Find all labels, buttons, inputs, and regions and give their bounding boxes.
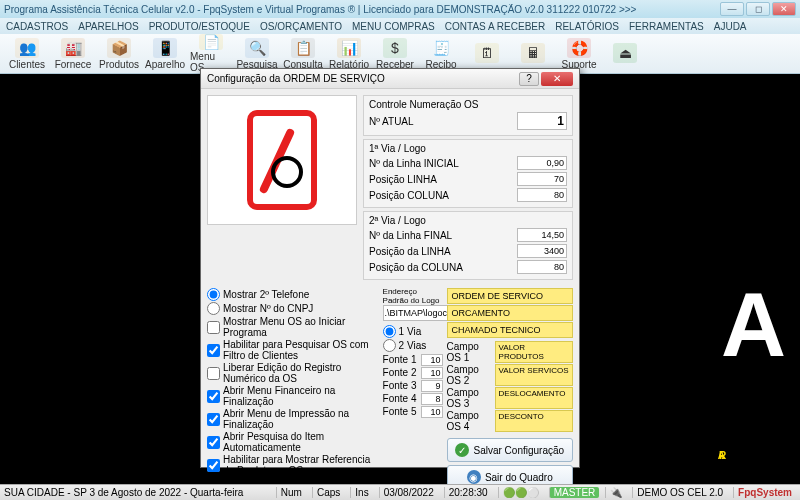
status-caps: Caps	[312, 487, 344, 498]
menu-produto/estoque[interactable]: PRODUTO/ESTOQUE	[149, 21, 250, 32]
linha-ini-input[interactable]	[517, 156, 567, 170]
toolbar-pesquisa[interactable]: 🔍Pesquisa	[236, 36, 278, 71]
addr-label: Endereço Padrão do Logo	[383, 287, 443, 305]
fonte-3-input[interactable]	[421, 393, 443, 405]
save-config-button[interactable]: ✓Salvar Configuração	[447, 438, 573, 462]
opt-6: Abrir Menu de Impressão na Finalização	[207, 408, 379, 430]
campo-2-val[interactable]: DESLOCAMENTO	[495, 387, 573, 409]
menu-contas a receber[interactable]: CONTAS A RECEBER	[445, 21, 545, 32]
linha-fin-input[interactable]	[517, 228, 567, 242]
logo-preview	[207, 95, 357, 225]
toolbar-btn[interactable]: 🖩	[512, 36, 554, 71]
campo-0-label: Campo OS 1	[447, 341, 495, 363]
config-os-dialog: Configuração da ORDEM DE SERVIÇO ? ✕ Con…	[200, 68, 580, 468]
fonte-2-label: Fonte 3	[383, 380, 417, 392]
via1-poscol-input[interactable]	[517, 188, 567, 202]
via2-poscol-label: Posição da COLUNA	[369, 262, 463, 273]
app-title: Programa Assistência Técnica Celular v2.…	[4, 4, 720, 15]
toolbar-btn[interactable]: 🗓	[466, 36, 508, 71]
campo-0-val[interactable]: VALOR PRODUTOS	[495, 341, 573, 363]
opt-6-input[interactable]	[207, 413, 220, 426]
opt-3-input[interactable]	[207, 344, 220, 357]
dialog-close-button[interactable]: ✕	[541, 72, 573, 86]
via1-group: 1ª Via / Logo Nº da Linha INICIAL Posiçã…	[363, 139, 573, 208]
opt-1-label: Mostrar Nº do CNPJ	[223, 303, 313, 314]
via2-poscol-input[interactable]	[517, 260, 567, 274]
menu-cadastros[interactable]: CADASTROS	[6, 21, 68, 32]
main-titlebar: Programa Assistência Técnica Celular v2.…	[0, 0, 800, 18]
options-list: Mostrar 2º TelefoneMostrar Nº do CNPJMos…	[207, 287, 379, 492]
atual-input[interactable]	[517, 112, 567, 130]
fonte-2-input[interactable]	[421, 380, 443, 392]
numeracao-group: Controle Numeração OS Nº ATUAL	[363, 95, 573, 136]
via1-header: 1ª Via / Logo	[369, 143, 567, 154]
opt-1: Mostrar Nº do CNPJ	[207, 302, 379, 315]
campo-2-label: Campo OS 3	[447, 387, 495, 409]
svc-row-0[interactable]: ORDEM DE SERVICO	[447, 288, 573, 304]
menu-menu compras[interactable]: MENU COMPRAS	[352, 21, 435, 32]
opt-5: Abrir Menu Financeiro na Finalização	[207, 385, 379, 407]
opt-4: Liberar Edição do Registro Numérico da O…	[207, 362, 379, 384]
menu-relatórios[interactable]: RELATÓRIOS	[555, 21, 619, 32]
toolbar-suporte[interactable]: 🛟Suporte	[558, 36, 600, 71]
status-conn-icon: 🔌	[605, 487, 626, 498]
campo-3-label: Campo OS 4	[447, 410, 495, 432]
toolbar-btn[interactable]: ⏏	[604, 36, 646, 71]
status-location: SUA CIDADE - SP 3 de Agosto de 2022 - Qu…	[4, 487, 243, 498]
svc-row-2[interactable]: CHAMADO TECNICO	[447, 322, 573, 338]
toolbar-fornece[interactable]: 🏭Fornece	[52, 36, 94, 71]
numeracao-header: Controle Numeração OS	[369, 99, 567, 110]
opt-7: Abrir Pesquisa do Item Automaticamente	[207, 431, 379, 453]
toolbar-recibo[interactable]: 🧾Recibo	[420, 36, 462, 71]
opt-7-input[interactable]	[207, 436, 220, 449]
toolbar-receber[interactable]: $Receber	[374, 36, 416, 71]
fonte-1-label: Fonte 2	[383, 367, 417, 379]
opt-4-input[interactable]	[207, 367, 220, 380]
campo-1-val[interactable]: VALOR SERVICOS	[495, 364, 573, 386]
menu-ferramentas[interactable]: FERRAMENTAS	[629, 21, 704, 32]
campo-3-val[interactable]: DESCONTO	[495, 410, 573, 432]
via1-poslinha-input[interactable]	[517, 172, 567, 186]
opt-2-input[interactable]	[207, 321, 220, 334]
via2-poslinha-label: Posição da LINHA	[369, 246, 451, 257]
minimize-button[interactable]: —	[720, 2, 744, 16]
opt-2: Mostrar Menu OS ao Iniciar Programa	[207, 316, 379, 338]
via1-label: 1 Via	[399, 326, 422, 337]
fonte-1-input[interactable]	[421, 367, 443, 379]
via1-radio[interactable]	[383, 325, 396, 338]
via2-header: 2ª Via / Logo	[369, 215, 567, 226]
opt-0-label: Mostrar 2º Telefone	[223, 289, 309, 300]
opt-8-label: Habilitar para Mostrar Referencia do Pro…	[223, 454, 379, 476]
close-button[interactable]: ✕	[772, 2, 796, 16]
opt-8-input[interactable]	[207, 459, 220, 472]
opt-4-label: Liberar Edição do Registro Numérico da O…	[223, 362, 379, 384]
menu-os/orçamento[interactable]: OS/ORÇAMENTO	[260, 21, 342, 32]
opt-5-input[interactable]	[207, 390, 220, 403]
opt-6-label: Abrir Menu de Impressão na Finalização	[223, 408, 379, 430]
toolbar-clientes[interactable]: 👥Clientes	[6, 36, 48, 71]
via2-label: 2 Vias	[399, 340, 427, 351]
toolbar-menu os[interactable]: 📄Menu OS	[190, 36, 232, 71]
toolbar-consulta[interactable]: 📋Consulta	[282, 36, 324, 71]
fonte-4-input[interactable]	[421, 406, 443, 418]
maximize-button[interactable]: ◻	[746, 2, 770, 16]
via2-poslinha-input[interactable]	[517, 244, 567, 258]
exit-label: Sair do Quadro	[485, 472, 553, 483]
opt-2-label: Mostrar Menu OS ao Iniciar Programa	[223, 316, 379, 338]
status-brand: FpqSystem	[733, 487, 796, 498]
opt-1-input[interactable]	[207, 302, 220, 315]
toolbar-relatório[interactable]: 📊Relatório	[328, 36, 370, 71]
status-db: DEMO OS CEL 2.0	[632, 487, 727, 498]
fonte-0-input[interactable]	[421, 354, 443, 366]
svc-row-1[interactable]: ORCAMENTO	[447, 305, 573, 321]
via2-radio[interactable]	[383, 339, 396, 352]
toolbar-produtos[interactable]: 📦Produtos	[98, 36, 140, 71]
toolbar-aparelho[interactable]: 📱Aparelho	[144, 36, 186, 71]
dialog-help-button[interactable]: ?	[519, 72, 539, 86]
opt-0-input[interactable]	[207, 288, 220, 301]
linha-fin-label: Nº da Linha FINAL	[369, 230, 452, 241]
menu-ajuda[interactable]: AJUDA	[714, 21, 747, 32]
menu-aparelhos[interactable]: APARELHOS	[78, 21, 138, 32]
opt-3: Habilitar para Pesquisar OS com Filtro d…	[207, 339, 379, 361]
status-master: MASTER	[549, 487, 600, 498]
